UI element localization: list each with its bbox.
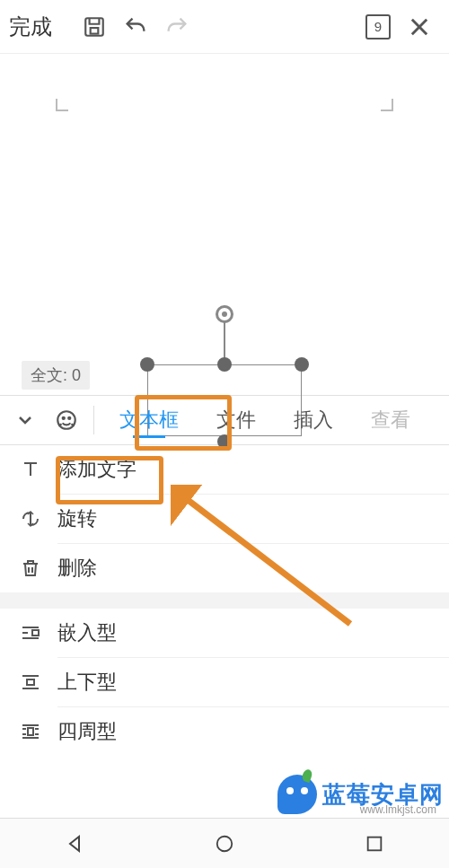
rotate-handle-icon[interactable]: [216, 305, 233, 323]
tab-textbox[interactable]: 文本框: [103, 395, 195, 445]
wrap-inline-icon: [16, 622, 45, 644]
wrap-around-icon: [16, 721, 45, 742]
menu-label: 四周型: [57, 718, 433, 745]
watermark-logo-icon: [277, 775, 317, 814]
chevron-down-icon[interactable]: [7, 409, 43, 431]
save-icon[interactable]: [74, 6, 115, 48]
close-icon[interactable]: [399, 6, 440, 48]
resize-handle[interactable]: [295, 357, 309, 372]
menu-wrap-topbottom[interactable]: 上下型: [0, 658, 449, 706]
watermark: 蓝莓安卓网 www.lmkjst.com: [277, 775, 444, 814]
menu-add-text[interactable]: 添加文字: [0, 445, 449, 494]
svg-point-4: [68, 417, 70, 419]
tab-file[interactable]: 文件: [200, 395, 272, 445]
menu-label: 旋转: [57, 505, 433, 532]
menu-wrap-around[interactable]: 四周型: [0, 707, 449, 756]
tab-view[interactable]: 查看: [355, 395, 427, 445]
resize-handle[interactable]: [217, 357, 232, 372]
redo-icon: [156, 6, 198, 48]
menu-rotate[interactable]: 旋转: [0, 495, 449, 543]
trash-icon: [16, 557, 45, 579]
menu-label: 嵌入型: [57, 619, 433, 646]
menu-label: 添加文字: [57, 456, 433, 483]
watermark-url: www.lmkjst.com: [360, 803, 436, 816]
svg-rect-1: [91, 28, 99, 34]
page-count-button[interactable]: 9: [357, 6, 399, 48]
menu-label: 删除: [57, 555, 433, 582]
done-button[interactable]: 完成: [9, 13, 52, 41]
section-divider: [0, 592, 449, 609]
nav-recent-icon[interactable]: [348, 826, 401, 862]
tab-insert[interactable]: 插入: [277, 395, 349, 445]
nav-home-icon[interactable]: [198, 826, 251, 862]
textbox-menu: 添加文字 旋转 删除: [0, 445, 449, 592]
svg-point-2: [57, 411, 75, 429]
menu-wrap-inline[interactable]: 嵌入型: [0, 609, 449, 657]
emoji-icon[interactable]: [48, 408, 84, 432]
page-number: 9: [365, 14, 391, 39]
word-count-badge: 全文: 0: [22, 361, 90, 390]
menu-label: 上下型: [57, 669, 433, 696]
resize-handle[interactable]: [140, 357, 154, 372]
system-nav-bar: [0, 818, 449, 868]
top-toolbar: 完成 9: [0, 0, 449, 54]
wrap-menu: 嵌入型 上下型 四周型: [0, 609, 449, 756]
wrap-topbottom-icon: [16, 671, 45, 693]
text-icon: [16, 459, 45, 480]
svg-rect-7: [367, 837, 381, 850]
undo-icon[interactable]: [115, 6, 156, 48]
panel-tab-row: 文本框 文件 插入 查看: [0, 395, 449, 445]
rotate-icon: [16, 508, 45, 530]
svg-point-3: [63, 417, 65, 419]
svg-point-6: [217, 836, 233, 851]
nav-back-icon[interactable]: [48, 826, 101, 862]
menu-delete[interactable]: 删除: [0, 544, 449, 592]
document-canvas[interactable]: 全文: 0: [0, 54, 449, 395]
canvas-corner-icon: [56, 99, 68, 111]
canvas-corner-icon: [381, 99, 393, 111]
divider: [93, 406, 94, 434]
